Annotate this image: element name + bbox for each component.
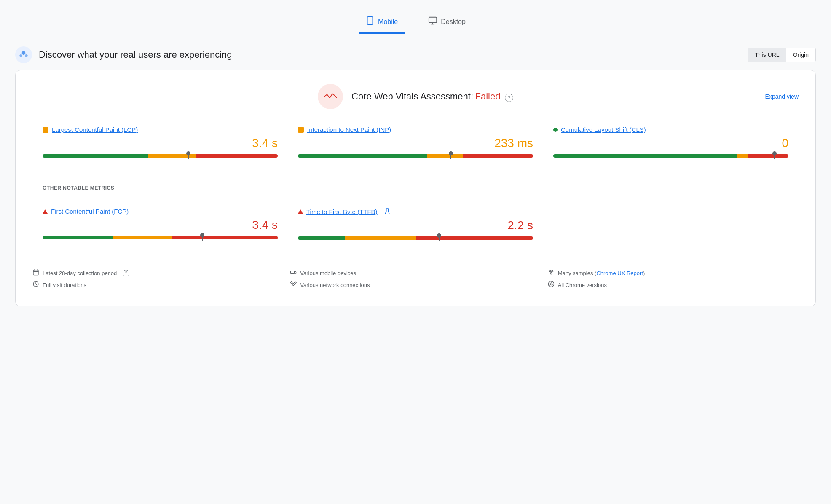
svg-rect-2 <box>429 17 437 23</box>
expand-view-button[interactable]: Expand view <box>765 93 799 100</box>
bar-marker <box>774 153 775 159</box>
header-left: Discover what your real users are experi… <box>15 46 232 63</box>
metric-cls-label[interactable]: Cumulative Layout Shift (CLS) <box>561 126 646 133</box>
metric-lcp: Largest Contentful Paint (LCP) 3.4 s <box>32 118 288 168</box>
cwv-icon <box>318 84 343 109</box>
metric-cls-header: Cumulative Layout Shift (CLS) <box>553 126 788 133</box>
bar-green <box>43 154 148 158</box>
cwv-status: Failed <box>475 91 501 102</box>
tab-desktop[interactable]: Desktop <box>421 13 472 34</box>
bar-red <box>463 154 533 158</box>
footer-item-visit: Full visit durations <box>32 281 283 289</box>
footer-collection-text: Latest 28-day collection period <box>43 270 117 276</box>
samples-icon <box>548 269 555 277</box>
metric-ttfb: Time to First Byte (TTFB) 2.2 s <box>288 199 543 250</box>
svg-point-18 <box>550 273 552 274</box>
metric-ttfb-value: 2.2 s <box>298 219 533 232</box>
svg-line-22 <box>552 284 554 285</box>
metric-cls-bar-segments <box>553 154 788 158</box>
metric-lcp-bar <box>43 154 278 159</box>
metric-fcp-label[interactable]: First Contentful Paint (FCP) <box>51 208 129 215</box>
footer-visit-text: Full visit durations <box>43 282 86 288</box>
metric-lcp-label[interactable]: Largest Contentful Paint (LCP) <box>52 126 138 133</box>
url-toggle-this-url[interactable]: This URL <box>748 48 786 62</box>
footer-col1: Latest 28-day collection period ? Full v… <box>32 269 283 292</box>
svg-point-17 <box>551 270 553 272</box>
section-divider <box>32 178 799 178</box>
metric-fcp-value: 3.4 s <box>43 218 278 232</box>
svg-line-23 <box>549 284 550 285</box>
triangle-icon-ttfb <box>298 209 303 214</box>
metric-lcp-header: Largest Contentful Paint (LCP) <box>43 126 278 133</box>
bar-orange <box>737 154 748 158</box>
footer-network-text: Various network connections <box>300 282 370 288</box>
svg-point-7 <box>25 54 28 57</box>
chrome-ux-report-link[interactable]: Chrome UX Report <box>596 270 643 276</box>
bar-green <box>298 154 427 158</box>
metric-cls: Cumulative Layout Shift (CLS) 0 <box>543 118 799 168</box>
devices-icon <box>290 269 297 277</box>
bar-marker <box>188 153 189 159</box>
bar-red <box>748 154 788 158</box>
bar-marker <box>202 235 203 241</box>
svg-rect-15 <box>291 271 295 274</box>
tab-desktop-label: Desktop <box>441 18 466 26</box>
metric-inp-bar <box>298 154 533 159</box>
metric-fcp-header: First Contentful Paint (FCP) <box>43 208 278 215</box>
other-metrics-grid: First Contentful Paint (FCP) 3.4 s Time … <box>32 199 799 250</box>
metric-inp-bar-segments <box>298 154 533 158</box>
svg-point-6 <box>19 54 22 57</box>
cwv-help-icon[interactable]: ? <box>505 94 513 102</box>
bar-red <box>416 236 533 240</box>
cwv-header: Core Web Vitals Assessment: Failed ? Exp… <box>32 84 799 109</box>
footer-item-devices: Various mobile devices <box>290 269 541 277</box>
metric-inp-header: Interaction to Next Paint (INP) <box>298 126 533 133</box>
calendar-icon <box>32 269 39 277</box>
bar-green <box>553 154 737 158</box>
svg-point-16 <box>549 270 551 272</box>
footer-item-samples: Many samples (Chrome UX Report) <box>548 269 799 277</box>
avatar <box>15 46 32 63</box>
tab-mobile[interactable]: Mobile <box>359 13 405 34</box>
svg-point-5 <box>22 51 26 55</box>
mobile-icon <box>365 16 375 27</box>
bar-marker <box>439 235 440 241</box>
bar-red <box>172 236 278 239</box>
bar-orange <box>113 236 172 239</box>
main-card: Core Web Vitals Assessment: Failed ? Exp… <box>15 70 816 306</box>
metric-inp-dot <box>298 127 304 133</box>
footer-item-network: Various network connections <box>290 281 541 289</box>
metric-fcp: First Contentful Paint (FCP) 3.4 s <box>32 199 288 250</box>
flask-icon-ttfb <box>383 208 391 215</box>
footer-help-icon[interactable]: ? <box>123 270 129 276</box>
svg-rect-10 <box>33 270 38 275</box>
metric-inp-value: 233 ms <box>298 137 533 150</box>
footer-samples-text: Many samples (Chrome UX Report) <box>558 270 645 276</box>
bar-orange <box>427 154 463 158</box>
cwv-title: Core Web Vitals Assessment: Failed ? <box>351 91 513 102</box>
metric-lcp-dot <box>43 127 48 133</box>
bar-orange <box>345 236 416 240</box>
metric-lcp-bar-segments <box>43 154 278 158</box>
bar-green <box>43 236 113 239</box>
footer-chrome-text: All Chrome versions <box>558 282 607 288</box>
bar-red <box>196 154 278 158</box>
metric-ttfb-bar-segments <box>298 236 533 240</box>
chrome-icon <box>548 281 555 289</box>
footer-devices-text: Various mobile devices <box>300 270 356 276</box>
metric-ttfb-label[interactable]: Time to First Byte (TTFB) <box>306 208 378 215</box>
tab-mobile-label: Mobile <box>378 18 398 26</box>
svg-point-8 <box>336 97 337 98</box>
metric-fcp-bar <box>43 236 278 241</box>
url-toggle-origin[interactable]: Origin <box>786 48 815 62</box>
metric-inp-label[interactable]: Interaction to Next Paint (INP) <box>307 126 391 133</box>
url-toggle: This URL Origin <box>748 48 816 62</box>
tab-bar: Mobile Desktop <box>359 13 472 34</box>
other-metrics-label: OTHER NOTABLE METRICS <box>32 185 799 191</box>
empty-col <box>543 199 799 250</box>
metric-inp: Interaction to Next Paint (INP) 233 ms <box>288 118 543 168</box>
metric-cls-bar <box>553 154 788 159</box>
footer-item-chrome: All Chrome versions <box>548 281 799 289</box>
header-section: Discover what your real users are experi… <box>15 46 816 63</box>
footer-col3: Many samples (Chrome UX Report) All Chro… <box>548 269 799 292</box>
